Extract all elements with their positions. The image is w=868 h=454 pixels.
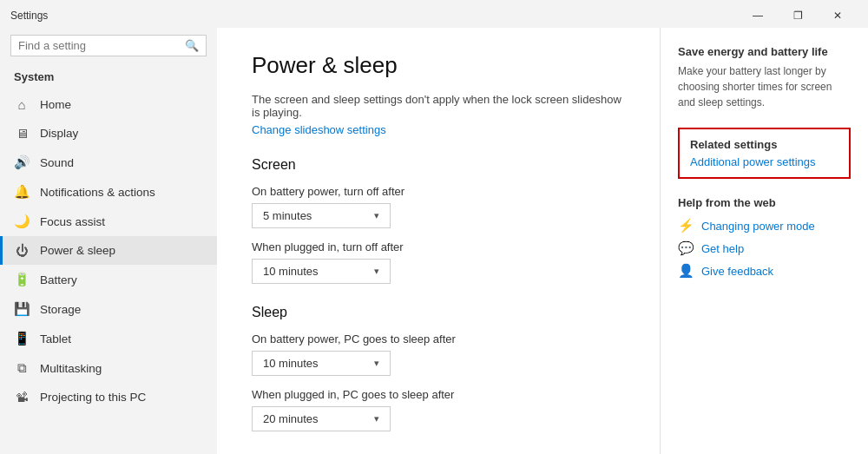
right-panel: Save energy and battery life Make your b… [660,28,868,454]
sleep-plugged-arrow-icon: ▾ [374,413,379,424]
sidebar-item-battery[interactable]: 🔋 Battery [0,265,217,294]
main-content: Power & sleep The screen and sleep setti… [217,28,660,454]
change-slideshow-link[interactable]: Change slideshow settings [252,123,386,136]
search-icon: 🔍 [185,39,199,52]
sidebar-item-notifications[interactable]: 🔔 Notifications & actions [0,177,217,207]
focus-icon: 🌙 [14,214,30,229]
sidebar-item-notifications-label: Notifications & actions [40,186,155,199]
sleep-section-title: Sleep [252,305,625,320]
tablet-icon: 📱 [14,331,30,346]
screen-battery-value: 5 minutes [263,209,312,222]
sleep-plugged-value: 20 minutes [263,412,319,425]
sidebar-item-display[interactable]: 🖥 Display [0,119,217,148]
sleep-battery-dropdown[interactable]: 10 minutes ▾ [252,351,391,376]
get-help-icon: 💬 [678,240,694,256]
close-button[interactable]: ✕ [818,2,858,30]
sidebar-item-sound-label: Sound [40,156,74,169]
help-title: Help from the web [678,196,851,209]
sidebar-item-storage[interactable]: 💾 Storage [0,294,217,324]
screen-plugged-label: When plugged in, turn off after [252,240,625,253]
sidebar-item-display-label: Display [40,127,78,140]
battery-icon: 🔋 [14,272,30,287]
display-icon: 🖥 [14,126,30,141]
sidebar: 🔍 System ⌂ Home 🖥 Display 🔊 Sound 🔔 Noti… [0,28,217,454]
sleep-plugged-row: When plugged in, PC goes to sleep after … [252,388,625,431]
home-icon: ⌂ [14,97,30,112]
app-body: 🔍 System ⌂ Home 🖥 Display 🔊 Sound 🔔 Noti… [0,28,868,454]
sleep-battery-arrow-icon: ▾ [374,358,379,369]
screen-battery-dropdown[interactable]: 5 minutes ▾ [252,203,391,228]
give-feedback-icon: 👤 [678,263,694,279]
screen-plugged-row: When plugged in, turn off after 10 minut… [252,240,625,284]
multitasking-icon: ⧉ [14,360,30,376]
screen-plugged-arrow-icon: ▾ [374,266,379,277]
sidebar-item-home-label: Home [40,98,71,111]
sidebar-item-multitasking-label: Multitasking [40,362,102,375]
window-controls: — ❐ ✕ [738,2,858,30]
search-input[interactable] [18,39,185,52]
sleep-battery-label: On battery power, PC goes to sleep after [252,332,625,345]
additional-power-settings-link[interactable]: Additional power settings [690,155,816,168]
description-text: The screen and sleep settings don't appl… [252,93,625,119]
minimize-button[interactable]: — [738,2,778,30]
changing-power-mode-link[interactable]: Changing power mode [701,220,815,233]
power-icon: ⏻ [14,243,30,258]
sleep-plugged-dropdown[interactable]: 20 minutes ▾ [252,406,391,431]
help-power-mode-item: ⚡ Changing power mode [678,218,851,234]
sound-icon: 🔊 [14,155,30,170]
notifications-icon: 🔔 [14,184,30,200]
screen-section-title: Screen [252,157,625,173]
sleep-battery-value: 10 minutes [263,357,319,370]
sidebar-item-power-label: Power & sleep [40,244,115,257]
app-title: Settings [10,10,48,22]
sidebar-item-multitasking[interactable]: ⧉ Multitasking [0,353,217,383]
sidebar-item-projecting[interactable]: 📽 Projecting to this PC [0,383,217,411]
sidebar-item-focus-label: Focus assist [40,215,105,228]
get-help-item: 💬 Get help [678,240,851,256]
sidebar-item-battery-label: Battery [40,273,77,286]
sidebar-item-focus[interactable]: 🌙 Focus assist [0,207,217,236]
page-title: Power & sleep [252,52,625,79]
give-feedback-item: 👤 Give feedback [678,263,851,279]
sidebar-item-tablet-label: Tablet [40,332,71,345]
projecting-icon: 📽 [14,390,30,405]
get-help-link[interactable]: Get help [701,242,744,255]
screen-battery-row: On battery power, turn off after 5 minut… [252,185,625,228]
sidebar-item-storage-label: Storage [40,303,81,316]
screen-battery-label: On battery power, turn off after [252,185,625,198]
storage-icon: 💾 [14,301,30,317]
sidebar-item-tablet[interactable]: 📱 Tablet [0,324,217,353]
sleep-battery-row: On battery power, PC goes to sleep after… [252,332,625,376]
related-settings-box: Related settings Additional power settin… [678,128,851,179]
restore-button[interactable]: ❐ [778,2,818,30]
sidebar-section-label: System [0,67,217,90]
screen-battery-arrow-icon: ▾ [374,210,379,221]
search-box[interactable]: 🔍 [10,35,207,56]
screen-plugged-dropdown[interactable]: 10 minutes ▾ [252,259,391,284]
tip-description: Make your battery last longer by choosin… [678,63,851,110]
sidebar-item-power[interactable]: ⏻ Power & sleep [0,236,217,265]
tip-title: Save energy and battery life [678,45,851,58]
power-mode-icon: ⚡ [678,218,694,234]
give-feedback-link[interactable]: Give feedback [701,265,773,278]
sleep-plugged-label: When plugged in, PC goes to sleep after [252,388,625,401]
sidebar-item-sound[interactable]: 🔊 Sound [0,148,217,177]
titlebar: Settings — ❐ ✕ [0,0,868,28]
sidebar-item-home[interactable]: ⌂ Home [0,90,217,119]
screen-plugged-value: 10 minutes [263,265,319,278]
sidebar-item-projecting-label: Projecting to this PC [40,391,146,404]
related-title: Related settings [690,138,838,151]
